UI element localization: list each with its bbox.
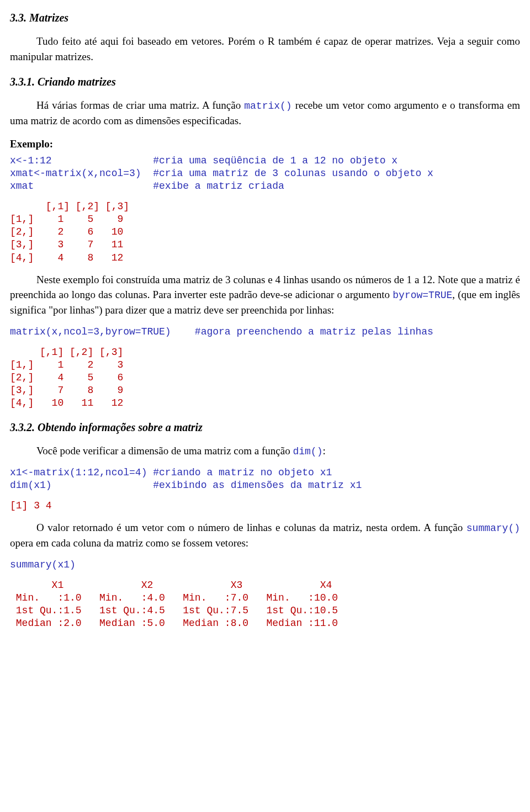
p-text: Há várias formas de criar uma matriz. A … — [36, 99, 244, 111]
section-3-3-1-heading: 3.3.1. Criando matrizes — [10, 74, 520, 90]
section-3-3-1-p1: Há várias formas de criar uma matriz. A … — [10, 98, 520, 129]
code-line: xmat<-matrix(x,ncol=3) #cria uma matriz … — [10, 168, 433, 179]
code-line: x1<-matrix(1:12,ncol=4) #criando a matri… — [10, 467, 332, 478]
p-text: : — [322, 445, 325, 457]
output-block-dim: [1] 3 4 — [10, 500, 520, 512]
section-3-3-2-heading: 3.3.2. Obtendo informações sobre a matri… — [10, 420, 520, 436]
section-3-3-heading: 3.3. Matrizes — [10, 10, 520, 26]
output-block-matrix1: [,1] [,2] [,3] [1,] 1 5 9 [2,] 2 6 10 [3… — [10, 200, 520, 264]
output-block-summary: X1 X2 X3 X4 Min. :1.0 Min. :4.0 Min. :7.… — [10, 579, 520, 630]
code-block-summary: summary(x1) — [10, 559, 520, 571]
output-block-matrix2: [,1] [,2] [,3] [1,] 1 2 3 [2,] 4 5 6 [3,… — [10, 346, 520, 410]
section-3-3-p1: Tudo feito até aqui foi baseado em vetor… — [10, 34, 520, 64]
code-block-byrow: matrix(x,ncol=3,byrow=TRUE) #agora preen… — [10, 326, 520, 338]
inline-code-summary: summary() — [467, 523, 520, 534]
code-line: x<-1:12 #cria uma seqüência de 1 a 12 no… — [10, 155, 398, 166]
section-3-3-1-p2: Neste exemplo foi construída uma matriz … — [10, 272, 520, 318]
code-line: xmat #exibe a matriz criada — [10, 181, 284, 192]
p-text: Você pode verificar a dimensão de uma ma… — [36, 445, 293, 457]
inline-code-byrow: byrow=TRUE — [393, 290, 452, 301]
example-label: Exemplo: — [10, 136, 520, 152]
code-block-create-matrix: x<-1:12 #cria uma seqüência de 1 a 12 no… — [10, 155, 520, 193]
code-line: dim(x1) #exibindo as dimensões da matriz… — [10, 480, 362, 491]
code-block-dim: x1<-matrix(1:12,ncol=4) #criando a matri… — [10, 466, 520, 492]
section-3-3-2-p2: O valor retornado é um vetor com o númer… — [10, 520, 520, 551]
p-text: opera em cada coluna da matriz como se f… — [10, 537, 248, 549]
inline-code-dim: dim() — [293, 446, 322, 457]
inline-code-matrix: matrix() — [244, 100, 292, 112]
section-3-3-2-p1: Você pode verificar a dimensão de uma ma… — [10, 443, 520, 459]
p-text: O valor retornado é um vetor com o númer… — [36, 522, 467, 533]
